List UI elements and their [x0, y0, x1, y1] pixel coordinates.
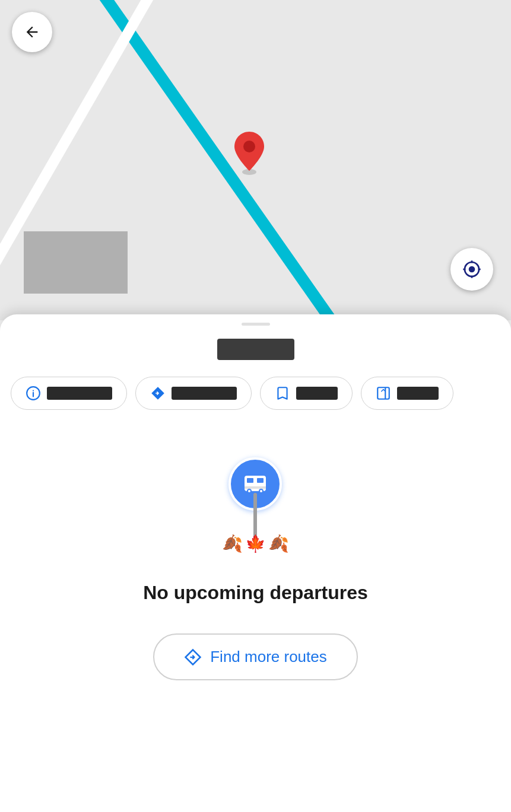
svg-rect-15	[245, 486, 266, 489]
directions-route-icon	[184, 648, 202, 666]
svg-point-3	[469, 266, 475, 273]
nearby-label	[397, 387, 439, 400]
directions-label	[172, 387, 237, 400]
svg-point-1	[243, 141, 255, 152]
bus-stop-illustration: 🍂 🍁 🍂	[202, 451, 309, 570]
autumn-leaves: 🍂 🍁 🍂	[208, 534, 303, 553]
find-more-routes-button[interactable]: Find more routes	[153, 633, 358, 680]
directions-button[interactable]	[135, 377, 252, 410]
svg-rect-12	[245, 476, 266, 491]
find-more-routes-label: Find more routes	[210, 648, 327, 666]
info-button[interactable]	[11, 377, 127, 410]
my-location-button[interactable]	[450, 248, 493, 291]
bookmark-icon	[275, 386, 290, 401]
svg-rect-13	[247, 478, 253, 483]
stop-title	[217, 339, 294, 360]
directions-icon	[150, 386, 166, 401]
bottom-sheet: 🍂 🍁 🍂 No upcoming departures Find more r…	[0, 314, 511, 812]
no-departures-message: No upcoming departures	[143, 582, 368, 604]
drag-handle	[242, 323, 270, 326]
location-pin	[231, 130, 267, 175]
info-icon	[26, 386, 41, 401]
action-buttons-row	[0, 377, 511, 410]
svg-rect-14	[257, 478, 264, 483]
nearby-button[interactable]	[361, 377, 453, 410]
info-label	[47, 387, 112, 400]
back-button[interactable]	[12, 12, 52, 52]
building-block	[24, 231, 128, 294]
nearby-icon	[376, 386, 391, 401]
save-label	[296, 387, 338, 400]
svg-point-18	[248, 490, 250, 492]
save-button[interactable]	[260, 377, 353, 410]
empty-state: 🍂 🍁 🍂 No upcoming departures Find more r…	[143, 451, 368, 680]
map-view	[0, 0, 511, 320]
svg-point-19	[260, 490, 262, 492]
svg-point-10	[33, 390, 34, 391]
